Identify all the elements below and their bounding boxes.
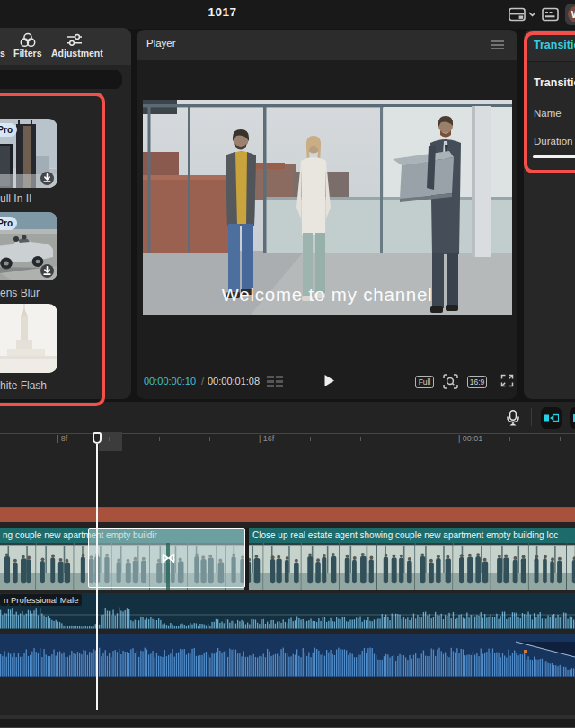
svg-text:Welcome to my channel: Welcome to my channel (221, 284, 432, 305)
